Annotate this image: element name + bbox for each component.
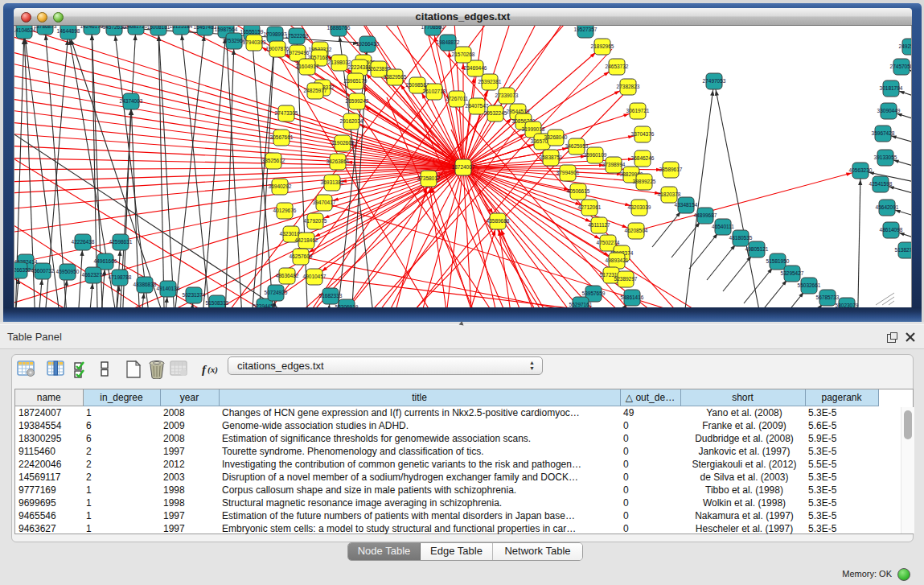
svg-text:36931382: 36931382 <box>321 179 344 185</box>
svg-text:51682333: 51682333 <box>319 293 343 299</box>
svg-text:16886766: 16886766 <box>327 26 351 31</box>
svg-text:24374003: 24374003 <box>120 98 143 104</box>
svg-text:14246175: 14246175 <box>80 26 104 29</box>
svg-text:25392381: 25392381 <box>478 79 502 84</box>
svg-text:31902608: 31902608 <box>331 140 355 146</box>
svg-text:23829565: 23829565 <box>384 74 407 80</box>
svg-text:14681720: 14681720 <box>125 26 148 29</box>
svg-text:42598631: 42598631 <box>109 239 133 245</box>
svg-text:14644898: 14644898 <box>57 28 80 34</box>
svg-text:17098997: 17098997 <box>264 31 287 37</box>
svg-text:46623274: 46623274 <box>82 272 105 278</box>
svg-text:15467483: 15467483 <box>194 26 217 30</box>
svg-text:45266352: 45266352 <box>14 267 31 273</box>
svg-text:55297161: 55297161 <box>569 302 593 307</box>
svg-text:17940393: 17940393 <box>243 39 266 45</box>
svg-text:33525612: 33525612 <box>262 158 285 163</box>
svg-text:16555159: 16555159 <box>240 29 264 35</box>
svg-text:35967428: 35967428 <box>872 130 895 136</box>
svg-text:45642091: 45642091 <box>876 204 899 210</box>
svg-text:42226438: 42226438 <box>72 239 95 245</box>
svg-text:39133055: 39133055 <box>874 154 897 160</box>
svg-text:46257609: 46257609 <box>290 253 313 259</box>
svg-text:38589617: 38589617 <box>659 167 683 172</box>
svg-text:37994901: 37994901 <box>556 170 580 175</box>
svg-text:27382823: 27382823 <box>617 84 640 89</box>
svg-text:34263861: 34263861 <box>326 159 350 164</box>
svg-text:21604917: 21604917 <box>296 64 319 69</box>
svg-text:19266430: 19266430 <box>356 41 380 47</box>
svg-text:43589688: 43589688 <box>487 218 510 224</box>
svg-text:33704376: 33704376 <box>631 131 655 137</box>
svg-text:53957659: 53957659 <box>582 290 606 296</box>
svg-text:26599242: 26599242 <box>346 98 369 104</box>
svg-text:41820378: 41820378 <box>658 192 681 197</box>
svg-text:39470417: 39470417 <box>313 200 336 205</box>
svg-text:48180535: 48180535 <box>729 235 753 241</box>
svg-text:27457058: 27457058 <box>890 64 912 69</box>
svg-text:45111127: 45111127 <box>588 222 610 228</box>
svg-text:29162034: 29162034 <box>340 118 363 124</box>
svg-text:17708560: 17708560 <box>421 26 445 30</box>
svg-text:15987564: 15987564 <box>215 27 238 32</box>
svg-text:35838751: 35838751 <box>540 154 563 160</box>
svg-text:49140134: 49140134 <box>157 286 180 291</box>
svg-text:53295427: 53295427 <box>781 270 804 276</box>
svg-text:27267011: 27267011 <box>446 96 469 101</box>
svg-text:40506615: 40506615 <box>567 188 590 194</box>
svg-text:50231374: 50231374 <box>183 292 206 298</box>
svg-text:24653732: 24653732 <box>606 64 629 69</box>
svg-text:23965179: 23965179 <box>344 78 368 84</box>
svg-text:45950950: 45950950 <box>56 269 80 274</box>
svg-text:46540111: 46540111 <box>712 224 734 229</box>
svg-text:48614098: 48614098 <box>880 227 903 233</box>
svg-text:40129676: 40129676 <box>273 208 297 213</box>
svg-text:48386838: 48386838 <box>133 282 157 287</box>
svg-text:37398994: 37398994 <box>602 162 626 167</box>
svg-text:15008181: 15008181 <box>147 26 170 30</box>
svg-text:29532245: 29532245 <box>484 110 507 116</box>
svg-text:50724925: 50724925 <box>265 290 288 295</box>
svg-text:15125184: 15125184 <box>170 26 193 29</box>
svg-text:49893421: 49893421 <box>606 257 629 263</box>
svg-text:58023079: 58023079 <box>836 303 859 307</box>
svg-text:26102718: 26102718 <box>423 89 446 94</box>
svg-text:51382784: 51382784 <box>895 247 912 253</box>
svg-text:21570268: 21570268 <box>452 51 475 57</box>
svg-text:54861416: 54861416 <box>621 295 644 300</box>
svg-text:44899687: 44899687 <box>694 212 717 218</box>
svg-text:33090449: 33090449 <box>877 108 901 113</box>
svg-text:44961666: 44961666 <box>94 258 117 264</box>
svg-text:17522268: 17522268 <box>285 33 309 39</box>
svg-text:49010457: 49010457 <box>303 274 326 279</box>
svg-text:36846246: 36846246 <box>631 155 655 161</box>
svg-text:35960109: 35960109 <box>584 152 607 158</box>
svg-text:34625953: 34625953 <box>565 143 589 149</box>
svg-text:55032661: 55032661 <box>798 282 821 288</box>
svg-text:47198788: 47198788 <box>109 274 132 280</box>
svg-text:52389297: 52389297 <box>614 276 638 282</box>
svg-text:27339073: 27339073 <box>495 93 519 98</box>
svg-text:36940292: 36940292 <box>269 183 292 189</box>
svg-text:39899225: 39899225 <box>633 179 656 184</box>
svg-text:18724007: 18724007 <box>452 164 475 170</box>
svg-text:46208504: 46208504 <box>625 228 648 233</box>
svg-text:(x): (x) <box>207 365 218 375</box>
svg-text:43348154: 43348154 <box>675 202 698 208</box>
svg-text:51581950: 51581950 <box>766 258 790 264</box>
svg-text:27473305: 27473305 <box>275 110 298 116</box>
svg-text:f: f <box>202 363 207 376</box>
svg-text:21892965: 21892965 <box>591 43 614 49</box>
svg-text:31999018: 31999018 <box>522 126 545 132</box>
svg-text:37358017: 37358017 <box>417 175 441 181</box>
svg-text:24925942: 24925942 <box>899 43 912 49</box>
svg-text:19729496: 19729496 <box>286 50 310 56</box>
svg-text:51508315: 51508315 <box>206 300 229 306</box>
svg-text:28407547: 28407547 <box>466 103 489 109</box>
svg-text:42541598: 42541598 <box>869 181 893 187</box>
svg-text:19848872: 19848872 <box>437 39 460 45</box>
svg-text:48636482: 48636482 <box>276 273 299 278</box>
svg-text:42712061: 42712061 <box>578 204 602 210</box>
svg-text:47502274: 47502274 <box>597 240 620 245</box>
svg-text:41792075: 41792075 <box>304 218 327 224</box>
